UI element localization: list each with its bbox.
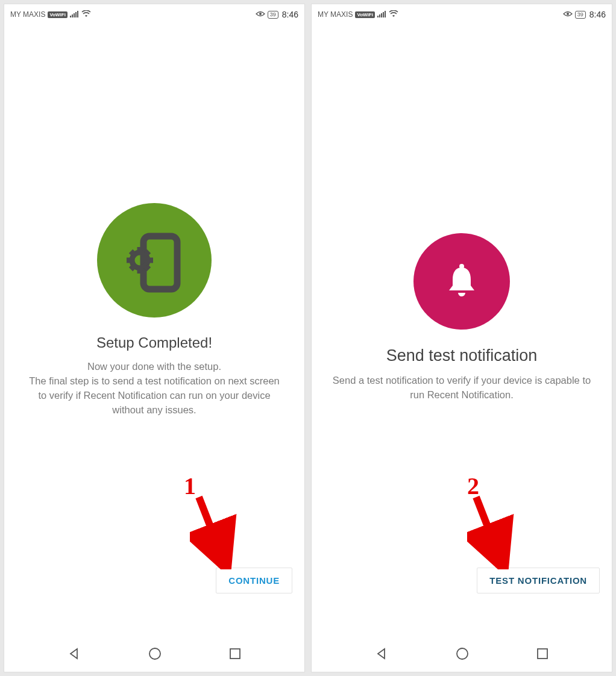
- annotation-arrow-icon: [467, 491, 515, 569]
- battery-indicator: 39: [575, 11, 586, 19]
- navigation-bar: [312, 642, 612, 672]
- annotation-number-1: 1: [184, 472, 196, 500]
- svg-rect-2: [74, 13, 75, 17]
- content-area: Setup Completed! Now your done with the …: [4, 22, 304, 642]
- phone-screen-left: MY MAXIS VoWiFi 39 8:46: [4, 4, 305, 672]
- page-description: Now your done with the setup. The final …: [25, 360, 284, 418]
- svg-rect-21: [379, 14, 380, 17]
- annotation-arrow-icon: [190, 491, 238, 569]
- phone-screen-right: MY MAXIS VoWiFi 39 8:46 Send test no: [311, 4, 612, 672]
- svg-point-25: [567, 13, 569, 15]
- svg-rect-3: [75, 12, 77, 17]
- status-bar: MY MAXIS VoWiFi 39 8:46: [4, 4, 304, 22]
- svg-line-12: [131, 251, 134, 254]
- carrier-label: MY MAXIS: [318, 10, 353, 19]
- page-title: Setup Completed!: [96, 334, 212, 351]
- svg-rect-22: [381, 13, 382, 17]
- nav-home-icon[interactable]: [148, 646, 162, 663]
- page-title: Send test notification: [386, 346, 538, 365]
- content-area: Send test notification Send a test notif…: [312, 22, 612, 642]
- signal-icon: [70, 10, 79, 19]
- svg-rect-30: [538, 649, 547, 659]
- nav-back-icon[interactable]: [375, 647, 388, 663]
- test-notification-button[interactable]: TEST NOTIFICATION: [477, 568, 600, 593]
- eye-icon: [256, 10, 265, 19]
- nav-recent-icon[interactable]: [536, 648, 548, 662]
- svg-point-18: [149, 648, 160, 659]
- svg-line-14: [131, 266, 134, 269]
- svg-point-7: [132, 252, 148, 268]
- page-description: Send a test notification to verify if yo…: [332, 374, 591, 402]
- nav-back-icon[interactable]: [68, 647, 81, 663]
- svg-line-28: [476, 497, 497, 551]
- svg-rect-19: [230, 649, 240, 659]
- clock-label: 8:46: [589, 10, 606, 19]
- button-label: CONTINUE: [228, 575, 280, 586]
- setup-complete-icon: [97, 203, 212, 318]
- svg-rect-0: [70, 16, 71, 17]
- svg-rect-23: [383, 12, 384, 17]
- status-bar: MY MAXIS VoWiFi 39 8:46: [312, 4, 612, 22]
- clock-label: 8:46: [282, 10, 298, 19]
- svg-rect-24: [385, 11, 386, 17]
- notification-bell-icon: [413, 233, 510, 330]
- navigation-bar: [4, 642, 304, 672]
- svg-rect-4: [77, 11, 78, 17]
- nav-recent-icon[interactable]: [229, 648, 241, 662]
- svg-line-13: [146, 251, 149, 254]
- svg-point-5: [259, 13, 262, 15]
- annotation-number-2: 2: [467, 472, 479, 500]
- vowifi-badge: VoWiFi: [48, 11, 67, 18]
- wifi-icon: [389, 10, 398, 19]
- vowifi-badge: VoWiFi: [355, 11, 374, 18]
- svg-line-17: [199, 497, 220, 551]
- wifi-icon: [81, 10, 91, 19]
- signal-icon: [377, 10, 386, 19]
- svg-point-26: [459, 264, 464, 269]
- nav-home-icon[interactable]: [455, 646, 470, 663]
- battery-indicator: 39: [268, 11, 278, 19]
- eye-icon: [563, 10, 573, 19]
- button-label: TEST NOTIFICATION: [489, 575, 587, 586]
- svg-line-15: [146, 266, 149, 269]
- svg-point-29: [457, 648, 468, 659]
- svg-rect-20: [377, 16, 379, 17]
- continue-button[interactable]: CONTINUE: [216, 568, 292, 593]
- carrier-label: MY MAXIS: [10, 10, 45, 19]
- svg-rect-1: [72, 14, 73, 17]
